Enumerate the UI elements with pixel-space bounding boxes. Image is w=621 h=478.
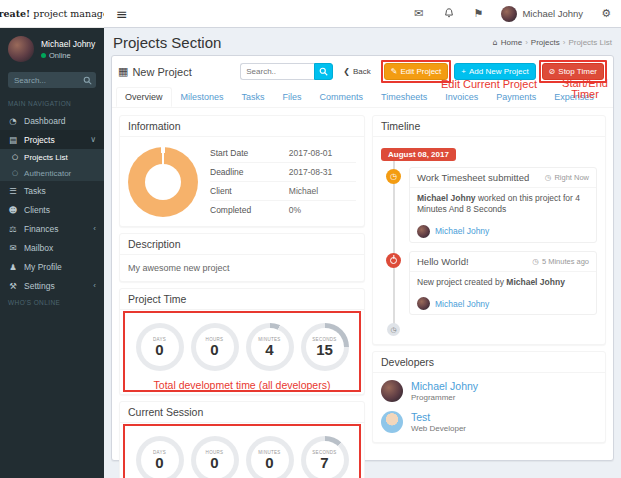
users-icon: ☻	[8, 205, 18, 215]
tab-overview[interactable]: Overview	[116, 87, 172, 107]
description-body: My awesome new project	[120, 255, 364, 281]
timeline-item-time: ◷ Right Now	[545, 173, 589, 182]
circle-o-icon: ○	[12, 169, 18, 177]
edit-project-button[interactable]: ✎ Edit Project	[384, 63, 449, 80]
info-row-client: ClientMichael	[210, 182, 356, 201]
developer-row: Michael Johny Programmer	[381, 380, 597, 402]
current-session-panel: Current Session DAYS0 HOURS0 MINU	[119, 401, 365, 478]
knob-hours: HOURS0	[191, 436, 239, 478]
logo-bold: Create!	[0, 8, 30, 19]
page-title: Projects Section	[113, 34, 221, 51]
sidebar-item-clients[interactable]: ☻ Clients	[0, 200, 104, 219]
sidebar-toggle-icon[interactable]: ≡	[104, 6, 140, 22]
clock-icon: ◷	[545, 173, 552, 182]
user-menu[interactable]: Michael Johny	[493, 6, 591, 22]
tab-invoices[interactable]: Invoices	[436, 87, 487, 107]
home-icon: ⌂	[493, 38, 498, 47]
timeline-item-title: Hello World!	[417, 256, 469, 267]
sidebar-search-button[interactable]	[78, 72, 96, 88]
project-box: ▦ New Project ❮ Back	[111, 55, 614, 461]
control-sidebar-gear-icon[interactable]: ⚙	[591, 7, 621, 20]
clock-icon: ◷	[532, 257, 539, 266]
navbar-right: ✉ ⚑ Michael Johny ⚙	[404, 6, 621, 22]
knob-minutes: MINUTES0	[246, 436, 294, 478]
sidebar-item-tasks[interactable]: ☰ Tasks	[0, 181, 104, 200]
stop-circle-icon: ⊘	[549, 67, 556, 76]
developers-panel: Developers Michael Johny Programmer	[372, 351, 606, 443]
dashboard-icon: ◔	[8, 116, 18, 126]
timeline-user-link[interactable]: Michael Johny	[435, 226, 489, 236]
timeline-user-link[interactable]: Michael Johny	[435, 299, 489, 309]
grid-icon: ▦	[118, 65, 128, 78]
sidebar-user-avatar	[8, 36, 34, 62]
tab-comments[interactable]: Comments	[311, 87, 373, 107]
power-icon	[386, 253, 401, 268]
project-tabs: Overview Milestones Tasks Files Comments…	[112, 87, 613, 108]
project-box-title: ▦ New Project	[118, 65, 192, 78]
sidebar-item-finances[interactable]: ⚖ Finances ‹	[0, 219, 104, 238]
annotation-timer-label: Start/End Timer	[552, 78, 618, 100]
tab-milestones[interactable]: Milestones	[172, 87, 233, 107]
tab-files[interactable]: Files	[274, 87, 311, 107]
developer-avatar[interactable]	[381, 411, 403, 433]
tab-payments[interactable]: Payments	[487, 87, 545, 107]
top-navbar: ≡ ✉ ⚑ Michael Johny ⚙	[104, 0, 621, 28]
sidebar-search-input[interactable]	[8, 72, 78, 88]
sidebar-item-dashboard[interactable]: ◔ Dashboard	[0, 111, 104, 130]
back-button[interactable]: ❮ Back	[336, 63, 378, 80]
developer-row: Test Web Developer	[381, 411, 597, 433]
annotation-total-time-label: Total developmet time (all developers)	[120, 379, 364, 391]
flag-icon[interactable]: ⚑	[464, 7, 494, 20]
sidebar-item-projects-list[interactable]: ○ Projects List	[0, 149, 104, 165]
chevron-left-icon: ‹	[93, 281, 96, 290]
current-session-knobs: DAYS0 HOURS0 MINUTES0 SECONDS7	[128, 430, 356, 478]
annotation-edit-label: Edit Current Project	[424, 79, 554, 90]
sidebar-item-mailbox[interactable]: ✉ Mailbox	[0, 238, 104, 257]
chevron-left-icon: ❮	[343, 67, 350, 76]
project-search-input[interactable]	[240, 63, 314, 80]
timeline-item-body: New project created by Michael Johny	[410, 272, 596, 293]
tab-tasks[interactable]: Tasks	[233, 87, 274, 107]
description-panel: Description My awesome new project	[119, 233, 365, 282]
tab-timesheets[interactable]: Timesheets	[372, 87, 436, 107]
project-search-button[interactable]	[314, 63, 333, 80]
developer-avatar[interactable]	[381, 380, 403, 402]
sidebar-section-label: MAIN NAVIGATION	[0, 96, 104, 111]
app-logo[interactable]: Create! project manager	[0, 0, 104, 28]
sidebar-item-settings[interactable]: ⚒ Settings ‹	[0, 276, 104, 295]
breadcrumb-projects[interactable]: Projects	[531, 38, 560, 47]
person-icon: ♟	[8, 262, 18, 272]
timeline-item-title: Work Timesheet submitted	[417, 172, 529, 183]
project-time-title: Project Time	[120, 289, 364, 310]
developer-name-link[interactable]: Michael Johny	[411, 380, 478, 392]
user-avatar	[501, 6, 517, 22]
timeline-end-clock-icon: ◷	[387, 323, 400, 336]
breadcrumb-home[interactable]: Home	[501, 38, 522, 47]
chevron-down-icon: ∨	[90, 135, 96, 144]
knob-seconds: SECONDS15	[301, 323, 349, 371]
breadcrumb-current: Projects List	[568, 38, 612, 47]
timeline-item-time: ◷ 5 Minutes ago	[532, 257, 589, 266]
info-row-start-date: Start Date2017-08-01	[210, 144, 356, 163]
sidebar-online-label: WHO'S ONLINE	[0, 295, 104, 310]
sidebar-item-authenticator[interactable]: ○ Authenticator	[0, 165, 104, 181]
information-table: Start Date2017-08-01 Deadline2017-08-31 …	[210, 144, 356, 219]
info-row-completed: Completed0%	[210, 201, 356, 219]
project-time-knobs: DAYS0 HOURS0 MINUTES4 SECONDS15	[128, 317, 356, 387]
knob-days: DAYS0	[136, 436, 184, 478]
sidebar-item-my-profile[interactable]: ♟ My Profile	[0, 257, 104, 276]
notifications-bell-icon[interactable]	[434, 8, 464, 19]
timeline-user-avatar	[417, 297, 430, 310]
developer-name-link[interactable]: Test	[411, 411, 466, 423]
sidebar-item-projects[interactable]: ▤ Projects ∨	[0, 130, 104, 149]
developers-title: Developers	[373, 352, 605, 373]
main-content: Projects Section ⌂ Home › Projects › Pro…	[104, 28, 621, 478]
knob-seconds: SECONDS7	[301, 436, 349, 478]
messages-icon[interactable]: ✉	[404, 7, 433, 20]
app-window: Create! project manager ≡ ✉ ⚑ Michael Jo…	[0, 0, 621, 478]
timeline-item-created: Hello World! ◷ 5 Minutes ago New project…	[381, 251, 597, 315]
bank-icon: ⚖	[8, 224, 18, 234]
knob-hours: HOURS0	[191, 323, 239, 371]
current-session-title: Current Session	[120, 402, 364, 423]
chevron-left-icon: ‹	[93, 224, 96, 233]
